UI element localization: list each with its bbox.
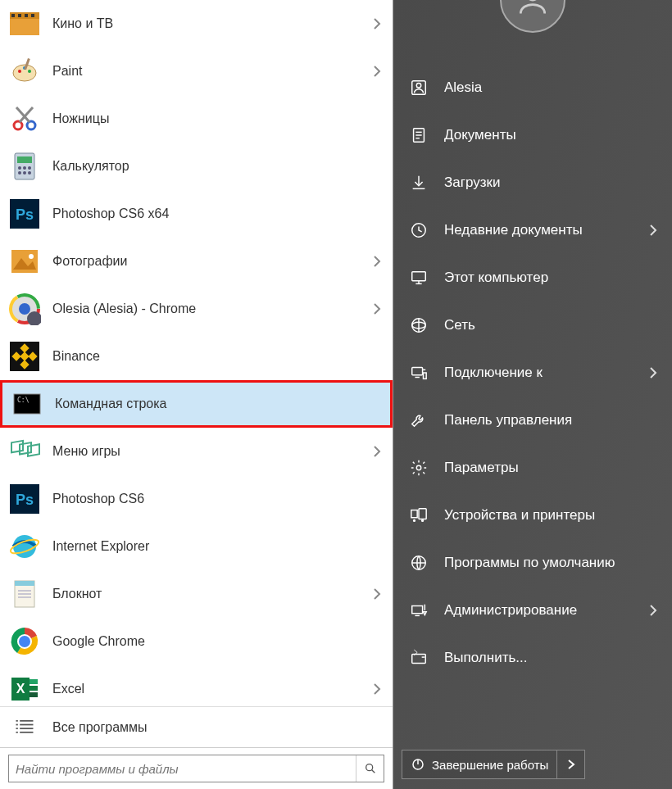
svg-point-19 [28, 166, 31, 170]
svg-rect-43 [20, 442, 31, 454]
place-label: Параметры [444, 460, 657, 476]
place-item[interactable]: Подключение к [393, 349, 672, 397]
svg-point-94 [414, 520, 415, 522]
app-item[interactable]: Binance [0, 333, 393, 380]
app-label: Кино и ТВ [52, 16, 373, 31]
app-item[interactable]: Фотографии [0, 238, 393, 285]
app-item[interactable]: Кино и ТВ [0, 0, 393, 48]
list-icon [7, 710, 43, 746]
svg-rect-93 [419, 509, 426, 519]
app-item[interactable]: Olesia (Alesia) - Chrome [0, 285, 393, 333]
app-item[interactable]: X Excel [0, 665, 393, 706]
shutdown-label: Завершение работы [432, 758, 548, 772]
search-input[interactable] [9, 762, 356, 776]
place-item[interactable]: Администрирование [393, 587, 672, 634]
recent-apps-list: Кино и ТВ Paint Ножницы Калькулятор Ps P… [0, 0, 393, 706]
place-label: Выполнить... [444, 650, 657, 666]
start-menu-right: Alesia Документы Загрузки Недавние докум… [393, 0, 672, 789]
svg-point-47 [13, 535, 36, 558]
svg-point-95 [422, 520, 424, 522]
svg-rect-101 [412, 654, 426, 663]
notepad-icon [7, 576, 43, 612]
svg-rect-59 [30, 679, 38, 684]
app-label: Ножницы [52, 111, 381, 126]
all-programs-label: Все программы [52, 720, 381, 735]
place-item[interactable]: Панель управления [393, 397, 672, 444]
svg-rect-82 [412, 272, 426, 281]
app-item[interactable]: Google Chrome [0, 618, 393, 665]
svg-point-18 [23, 166, 26, 170]
svg-point-91 [416, 465, 421, 470]
app-item[interactable]: Ножницы [0, 95, 393, 143]
pc-icon [408, 267, 429, 288]
network-icon [408, 315, 429, 336]
app-label: Photoshop CS6 x64 [52, 206, 381, 221]
svg-text:Ps: Ps [16, 206, 34, 223]
svg-rect-61 [30, 692, 38, 697]
app-item[interactable]: Ps Photoshop CS6 x64 [0, 190, 393, 238]
all-programs[interactable]: Все программы [0, 706, 393, 747]
app-label: Excel [52, 682, 373, 696]
app-item[interactable]: Меню игры [0, 428, 393, 475]
shutdown-button[interactable]: Завершение работы [402, 750, 557, 779]
app-item[interactable]: Блокнот [0, 570, 393, 618]
chevron-right-icon [649, 366, 657, 379]
svg-point-70 [366, 764, 372, 771]
place-item[interactable]: Выполнить... [393, 634, 672, 682]
shutdown-options-button[interactable] [557, 750, 585, 779]
place-label: Подключение к [444, 365, 649, 381]
app-item[interactable]: Internet Explorer [0, 523, 393, 570]
ps-icon: Ps [7, 481, 43, 517]
chevron-right-icon [649, 604, 657, 617]
devices-icon [408, 505, 429, 526]
ie-icon [7, 528, 43, 565]
place-item[interactable]: Загрузки [393, 159, 672, 206]
chevron-right-icon [373, 65, 381, 78]
place-item[interactable]: Этот компьютер [393, 254, 672, 302]
chrome_user-icon [7, 291, 43, 327]
svg-point-20 [18, 171, 21, 175]
place-item[interactable]: Сеть [393, 302, 672, 349]
svg-rect-50 [15, 581, 34, 586]
svg-line-71 [371, 770, 375, 773]
gear-icon [408, 457, 429, 478]
app-label: Paint [52, 64, 373, 79]
binance-icon [7, 338, 43, 374]
app-label: Binance [52, 349, 381, 364]
admin-icon [408, 600, 429, 621]
paint-icon [7, 53, 43, 89]
place-item[interactable]: Alesia [393, 64, 672, 111]
app-label: Меню игры [52, 444, 373, 459]
svg-point-27 [29, 254, 34, 259]
calc-icon [7, 148, 43, 184]
place-item[interactable]: Устройства и принтеры [393, 492, 672, 539]
place-item[interactable]: Программы по умолчанию [393, 539, 672, 587]
svg-text:X: X [16, 682, 25, 696]
svg-point-74 [416, 84, 421, 88]
svg-point-22 [28, 171, 31, 175]
place-label: Устройства и принтеры [444, 507, 657, 524]
search-button[interactable] [356, 755, 384, 782]
svg-text:Ps: Ps [16, 492, 34, 508]
app-item[interactable]: C:\ Командная строка [0, 380, 393, 428]
place-label: Этот компьютер [444, 270, 657, 286]
svg-point-32 [19, 303, 30, 315]
cmd-icon: C:\ [9, 386, 45, 422]
place-label: Программы по умолчанию [444, 555, 657, 571]
place-item[interactable]: Параметры [393, 444, 672, 492]
place-item[interactable]: Документы [393, 111, 672, 159]
app-item[interactable]: Paint [0, 48, 393, 95]
user-avatar[interactable] [500, 0, 565, 33]
app-item[interactable]: Калькулятор [0, 143, 393, 190]
chevron-right-icon [373, 17, 381, 30]
place-label: Загрузки [444, 175, 657, 191]
svg-rect-98 [412, 606, 423, 614]
search-box [8, 755, 384, 782]
places-list: Alesia Документы Загрузки Недавние докум… [393, 41, 672, 743]
user-icon [408, 77, 429, 98]
svg-rect-16 [17, 156, 32, 163]
place-item[interactable]: Недавние документы [393, 206, 672, 254]
app-item[interactable]: Ps Photoshop CS6 [0, 475, 393, 523]
svg-text:C:\: C:\ [17, 397, 30, 404]
svg-rect-5 [31, 14, 34, 17]
